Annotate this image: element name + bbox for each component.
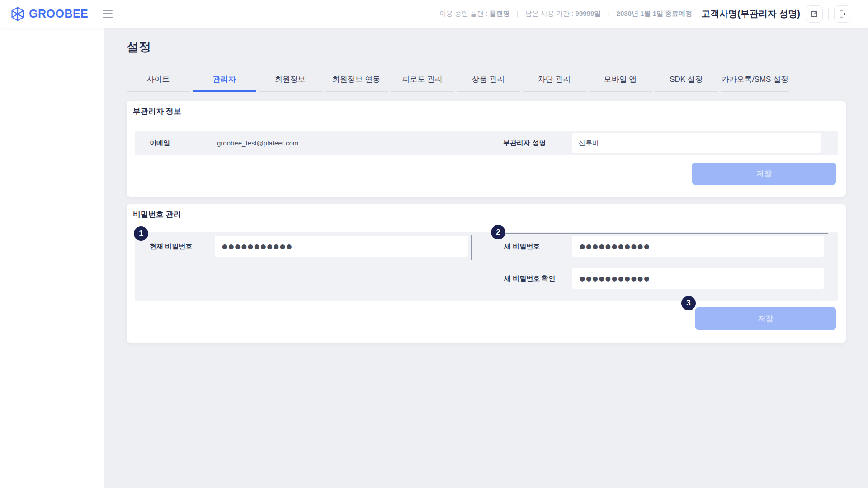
header-divider — [828, 8, 829, 20]
confirm-password-label: 새 비밀번호 확인 — [504, 274, 572, 283]
subadmin-field-strip: 이메일 groobee_test@plateer.com 부관리자 성명 — [135, 131, 838, 155]
account-name: 고객사명(부관리자 성명) — [701, 8, 800, 20]
separator: | — [517, 9, 519, 17]
annotation-step-2: 2 — [491, 225, 505, 239]
remaining-value: 99999일 — [576, 9, 601, 17]
email-label: 이메일 — [150, 139, 217, 147]
tab-fatigue[interactable]: 피로도 관리 — [391, 68, 454, 92]
password-field-strip: 현재 비밀번호 새 비밀번호 새 비밀번호 확인 — [135, 232, 838, 301]
logout-icon — [838, 9, 847, 19]
tab-product[interactable]: 상품 관리 — [457, 68, 520, 92]
plan-value: 플랜명 — [489, 9, 509, 17]
email-column: 이메일 groobee_test@plateer.com — [135, 131, 486, 155]
topbar: GROOBEE 이용 중인 플랜 : 플랜명 | 남은 사용 기간 : 9999… — [0, 0, 868, 28]
remaining-label: 남은 사용 기간 : — [525, 9, 574, 17]
current-password-input[interactable] — [215, 236, 468, 257]
brand-name: GROOBEE — [29, 7, 88, 20]
menu-toggle-button[interactable] — [103, 10, 113, 18]
save-password-button[interactable]: 저장 — [695, 307, 836, 330]
settings-tabs: 사이트 관리자 회원정보 회원정보 연동 피로도 관리 상품 관리 차단 관리 … — [127, 68, 792, 92]
new-password-input[interactable] — [572, 236, 824, 257]
topbar-right: 이용 중인 플랜 : 플랜명 | 남은 사용 기간 : 99999일 | 203… — [439, 5, 868, 23]
app-root: GROOBEE 이용 중인 플랜 : 플랜명 | 남은 사용 기간 : 9999… — [0, 0, 868, 488]
confirm-password-input[interactable] — [572, 268, 824, 289]
subadmin-info-card: 부관리자 정보 이메일 groobee_test@plateer.com 부관리… — [127, 101, 846, 197]
subadmin-name-input[interactable] — [572, 133, 821, 153]
brand-logo[interactable]: GROOBEE — [10, 6, 88, 22]
tab-mobile-app[interactable]: 모바일 앱 — [589, 68, 652, 92]
logout-button[interactable] — [834, 5, 851, 23]
subadmin-name-label: 부관리자 성명 — [503, 139, 572, 147]
tab-block[interactable]: 차단 관리 — [523, 68, 586, 92]
hamburger-bar — [103, 17, 113, 18]
new-password-label: 새 비밀번호 — [504, 242, 572, 251]
expiry-date: 2030년 1월 1일 종료예정 — [617, 9, 693, 17]
hamburger-bar — [103, 10, 113, 11]
tab-member-info-link[interactable]: 회원정보 연동 — [325, 68, 388, 92]
tab-kakao-sms[interactable]: 카카오톡/SMS 설정 — [721, 68, 789, 92]
save-subadmin-button[interactable]: 저장 — [692, 163, 836, 185]
password-section-title: 비밀번호 관리 — [127, 204, 846, 224]
password-card: 비밀번호 관리 현재 비밀번호 새 비밀번호 새 비밀번호 확인 저장 — [127, 204, 846, 343]
tab-sdk[interactable]: SDK 설정 — [655, 68, 718, 92]
groobee-hexagon-icon — [10, 6, 25, 22]
annotation-step-3: 3 — [681, 296, 696, 310]
page-title: 설정 — [127, 39, 151, 55]
current-password-label: 현재 비밀번호 — [150, 242, 215, 251]
sidebar — [0, 0, 104, 488]
tab-site[interactable]: 사이트 — [127, 68, 190, 92]
subadmin-section-title: 부관리자 정보 — [127, 101, 846, 121]
tab-admin[interactable]: 관리자 — [193, 68, 256, 92]
external-link-icon — [810, 9, 819, 19]
open-external-button[interactable] — [806, 5, 823, 23]
separator: | — [608, 9, 609, 17]
annotation-step-1: 1 — [134, 226, 148, 241]
plan-label: 이용 중인 플랜 : — [439, 9, 488, 17]
tab-member-info[interactable]: 회원정보 — [259, 68, 322, 92]
plan-info: 이용 중인 플랜 : 플랜명 | 남은 사용 기간 : 99999일 | 203… — [439, 9, 692, 18]
hamburger-bar — [103, 13, 113, 14]
email-value: groobee_test@plateer.com — [217, 139, 298, 147]
new-password-column: 새 비밀번호 새 비밀번호 확인 — [486, 232, 838, 301]
name-column: 부관리자 성명 — [486, 131, 838, 155]
current-password-column: 현재 비밀번호 — [135, 232, 486, 301]
